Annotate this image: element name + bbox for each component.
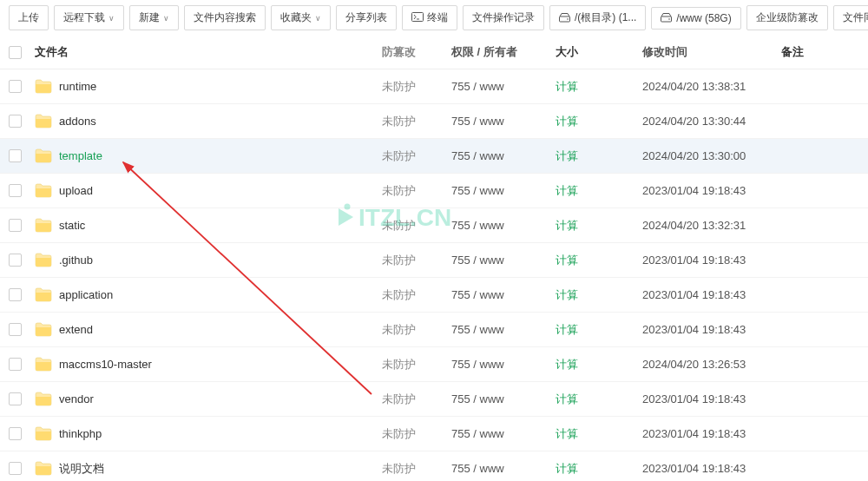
row-checkbox[interactable] <box>9 254 22 267</box>
file-sync-button[interactable]: 文件同步 <box>833 5 868 30</box>
folder-icon <box>35 357 52 372</box>
perm-value[interactable]: 755 / www <box>451 80 556 93</box>
protect-value: 未防护 <box>382 322 451 338</box>
protect-value: 未防护 <box>382 392 451 407</box>
file-name[interactable]: static <box>59 219 85 232</box>
upload-button[interactable]: 上传 <box>9 5 49 30</box>
modified-value: 2024/04/20 13:30:00 <box>642 149 781 162</box>
row-checkbox[interactable] <box>9 323 22 336</box>
table-row[interactable]: template未防护755 / www计算2024/04/20 13:30:0… <box>0 139 868 174</box>
col-header-size[interactable]: 大小 <box>556 44 642 60</box>
file-name[interactable]: application <box>59 288 113 301</box>
share-list-button[interactable]: 分享列表 <box>336 5 397 30</box>
protect-value: 未防护 <box>382 183 451 199</box>
row-checkbox[interactable] <box>9 115 22 128</box>
size-calc[interactable]: 计算 <box>556 219 578 232</box>
favorites-button[interactable]: 收藏夹 ∨ <box>271 5 331 30</box>
terminal-button[interactable]: 终端 <box>402 5 457 30</box>
file-name[interactable]: extend <box>59 323 93 336</box>
col-header-modified[interactable]: 修改时间 <box>642 44 781 60</box>
root-drive-button[interactable]: /(根目录) (1... <box>549 5 646 30</box>
table-row[interactable]: application未防护755 / www计算2023/01/04 19:1… <box>0 278 868 313</box>
file-name[interactable]: runtime <box>59 80 96 93</box>
file-name[interactable]: 说明文档 <box>59 461 104 477</box>
chevron-down-icon: ∨ <box>108 14 115 23</box>
file-name[interactable]: thinkphp <box>59 427 102 440</box>
size-calc[interactable]: 计算 <box>556 462 578 475</box>
file-log-button[interactable]: 文件操作记录 <box>463 5 544 30</box>
perm-value[interactable]: 755 / www <box>451 149 556 162</box>
size-calc[interactable]: 计算 <box>556 254 578 267</box>
perm-value[interactable]: 755 / www <box>451 462 556 475</box>
modified-value: 2023/01/04 19:18:43 <box>642 462 781 475</box>
row-checkbox[interactable] <box>9 288 22 301</box>
folder-icon <box>35 79 52 94</box>
table-row[interactable]: vendor未防护755 / www计算2023/01/04 19:18:43 <box>0 382 868 417</box>
hdd-icon <box>661 13 672 23</box>
table-row[interactable]: extend未防护755 / www计算2023/01/04 19:18:43 <box>0 313 868 347</box>
file-name[interactable]: .github <box>59 254 93 267</box>
size-calc[interactable]: 计算 <box>556 323 578 336</box>
perm-value[interactable]: 755 / www <box>451 219 556 232</box>
new-button[interactable]: 新建 ∨ <box>129 5 179 30</box>
perm-value[interactable]: 755 / www <box>451 427 556 440</box>
row-checkbox[interactable] <box>9 80 22 93</box>
file-name[interactable]: template <box>59 149 102 162</box>
col-header-perm[interactable]: 权限 / 所有者 <box>451 44 556 60</box>
protect-value: 未防护 <box>382 461 451 477</box>
row-checkbox[interactable] <box>9 462 22 475</box>
file-search-button[interactable]: 文件内容搜索 <box>184 5 266 30</box>
perm-value[interactable]: 755 / www <box>451 254 556 267</box>
size-calc[interactable]: 计算 <box>556 115 578 128</box>
table-row[interactable]: maccms10-master未防护755 / www计算2024/04/20 … <box>0 347 868 382</box>
size-calc[interactable]: 计算 <box>556 149 578 162</box>
perm-value[interactable]: 755 / www <box>451 288 556 301</box>
folder-icon <box>35 461 52 476</box>
table-row[interactable]: 说明文档未防护755 / www计算2023/01/04 19:18:43 <box>0 451 868 481</box>
table-row[interactable]: .github未防护755 / www计算2023/01/04 19:18:43 <box>0 243 868 278</box>
file-name[interactable]: addons <box>59 115 96 128</box>
enterprise-protect-button[interactable]: 企业级防篡改 <box>746 5 828 30</box>
table-row[interactable]: addons未防护755 / www计算2024/04/20 13:30:44 <box>0 104 868 139</box>
row-checkbox[interactable] <box>9 184 22 197</box>
svg-rect-0 <box>412 12 424 21</box>
folder-icon <box>35 392 52 406</box>
www-drive-button[interactable]: /www (58G) <box>651 7 740 30</box>
protect-value: 未防护 <box>382 218 451 234</box>
folder-icon <box>35 322 52 337</box>
size-calc[interactable]: 计算 <box>556 358 578 371</box>
file-name[interactable]: vendor <box>59 392 94 405</box>
protect-value: 未防护 <box>382 79 451 95</box>
table-row[interactable]: upload未防护755 / www计算2023/01/04 19:18:43 <box>0 174 868 208</box>
perm-value[interactable]: 755 / www <box>451 184 556 197</box>
folder-icon <box>35 148 52 163</box>
remote-download-button[interactable]: 远程下载 ∨ <box>54 5 124 30</box>
perm-value[interactable]: 755 / www <box>451 115 556 128</box>
col-header-name[interactable]: 文件名 <box>35 44 382 60</box>
col-header-protect[interactable]: 防篡改 <box>382 44 451 60</box>
size-calc[interactable]: 计算 <box>556 392 578 405</box>
file-name[interactable]: maccms10-master <box>59 358 152 371</box>
file-name[interactable]: upload <box>59 184 93 197</box>
table-row[interactable]: static未防护755 / www计算2024/04/20 13:32:31 <box>0 208 868 243</box>
perm-value[interactable]: 755 / www <box>451 323 556 336</box>
button-label: 终端 <box>427 10 448 25</box>
select-all-checkbox[interactable] <box>9 46 22 59</box>
row-checkbox[interactable] <box>9 358 22 371</box>
perm-value[interactable]: 755 / www <box>451 358 556 371</box>
folder-icon <box>35 114 52 128</box>
row-checkbox[interactable] <box>9 427 22 440</box>
col-header-note[interactable]: 备注 <box>781 44 859 60</box>
table-row[interactable]: thinkphp未防护755 / www计算2023/01/04 19:18:4… <box>0 417 868 451</box>
row-checkbox[interactable] <box>9 219 22 232</box>
row-checkbox[interactable] <box>9 392 22 405</box>
size-calc[interactable]: 计算 <box>556 288 578 301</box>
file-table: 文件名 防篡改 权限 / 所有者 大小 修改时间 备注 runtime未防护75… <box>0 36 868 481</box>
size-calc[interactable]: 计算 <box>556 427 578 440</box>
table-row[interactable]: runtime未防护755 / www计算2024/04/20 13:38:31 <box>0 69 868 104</box>
size-calc[interactable]: 计算 <box>556 80 578 93</box>
perm-value[interactable]: 755 / www <box>451 392 556 405</box>
modified-value: 2023/01/04 19:18:43 <box>642 254 781 267</box>
row-checkbox[interactable] <box>9 149 22 162</box>
size-calc[interactable]: 计算 <box>556 184 578 197</box>
